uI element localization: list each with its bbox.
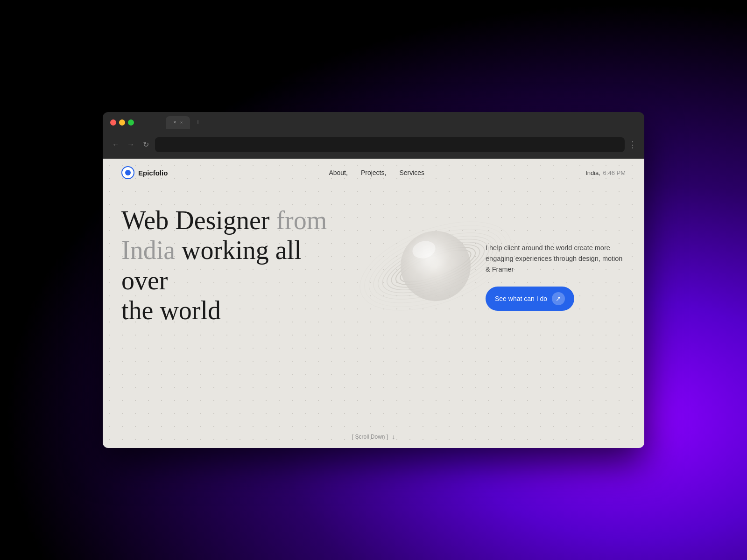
website-content: Epicfolio About, Projects, Services Indi… [103,159,644,448]
logo-text: Epicfolio [138,169,168,177]
browser-tab[interactable]: × × [166,116,190,129]
url-bar[interactable] [155,137,625,152]
address-bar-row: ← → ↻ ⋮ [103,133,644,157]
new-tab-button[interactable]: + [196,118,200,126]
logo-area: Epicfolio [121,166,168,179]
more-menu-button[interactable]: ⋮ [628,140,637,150]
svg-point-11 [401,231,471,301]
cta-arrow-icon: ↗ [552,292,565,305]
hero-title-part1: Web Designer [121,206,276,235]
back-button[interactable]: ← [110,141,121,148]
decorative-sphere [347,177,524,355]
tab-label: × [173,119,176,126]
scroll-indicator: [ Scroll Down ] ↓ [352,433,395,441]
logo-inner [125,170,131,175]
scroll-arrow-icon: ↓ [392,433,395,441]
location-country: India, [585,169,600,176]
hero-title: Web Designer from India working all over… [121,205,345,326]
maximize-window-button[interactable] [128,119,134,126]
sphere-svg [347,177,524,355]
browser-window: × × + ← → ↻ ⋮ Epicfolio About, [103,112,644,448]
hero-section: Web Designer from India working all over… [103,187,644,448]
tab-bar: × × + [103,112,644,133]
reload-button[interactable]: ↻ [140,141,151,148]
hero-title-india: India [121,236,175,265]
forward-button[interactable]: → [125,141,136,148]
traffic-lights [110,119,134,126]
minimize-window-button[interactable] [119,119,125,126]
hero-title-from: from [276,206,327,235]
nav-location: India, 6:46 PM [585,169,626,176]
logo-icon [121,166,134,179]
scroll-label: [ Scroll Down ] [352,434,388,440]
location-time: 6:46 PM [603,169,626,176]
tab-close-button[interactable]: × [180,120,183,125]
hero-title-part3: the world [121,296,221,325]
close-window-button[interactable] [110,119,116,126]
browser-chrome: × × + ← → ↻ ⋮ [103,112,644,159]
